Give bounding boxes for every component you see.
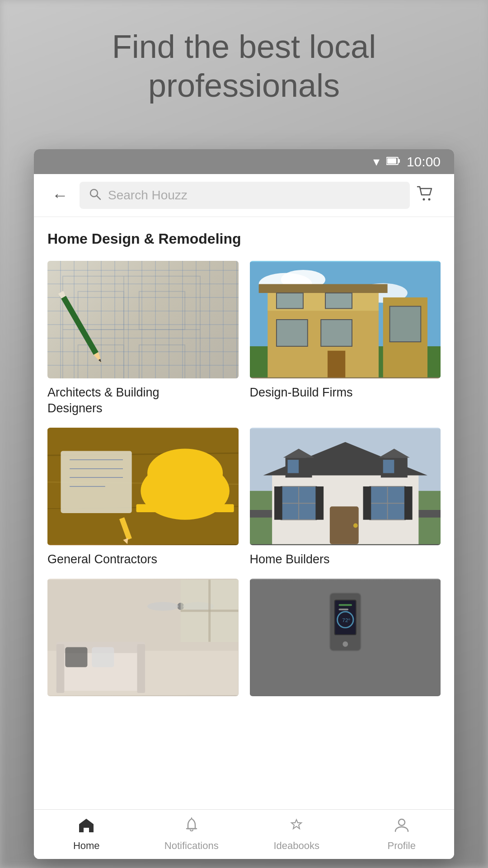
ideabooks-icon — [288, 817, 305, 837]
design-build-label: Design-Build Firms — [250, 385, 441, 401]
svg-point-97 — [399, 819, 405, 826]
section-title: Home Design & Remodeling — [47, 231, 441, 247]
svg-rect-9 — [139, 292, 185, 330]
svg-point-6 — [428, 198, 431, 200]
svg-line-4 — [97, 196, 100, 199]
battery-icon — [386, 156, 400, 168]
svg-rect-76 — [65, 647, 87, 667]
svg-rect-90 — [338, 609, 348, 610]
category-home-builders[interactable]: Home Builders — [250, 428, 441, 567]
svg-rect-89 — [338, 604, 352, 606]
cart-icon[interactable] — [410, 181, 441, 210]
svg-rect-54 — [287, 460, 299, 473]
category-contractors[interactable]: General Contractors — [47, 428, 239, 567]
categories-grid: Architects & Building Designers — [47, 261, 441, 703]
notifications-icon — [183, 817, 200, 837]
hero-section: Find the best local professionals — [0, 27, 488, 105]
profile-icon — [394, 817, 410, 837]
svg-rect-62 — [315, 486, 324, 520]
contractors-label: General Contractors — [47, 552, 239, 567]
svg-point-79 — [147, 602, 178, 611]
phone-frame: ▾ 10:00 ← Search Houzz — [34, 149, 454, 859]
back-button[interactable]: ← — [47, 181, 73, 209]
home-builders-image — [250, 428, 441, 545]
search-icon — [89, 188, 101, 203]
architects-label: Architects & Building Designers — [47, 385, 239, 416]
svg-point-5 — [423, 198, 425, 200]
nav-home[interactable]: Home — [34, 812, 139, 856]
category-architects[interactable]: Architects & Building Designers — [47, 261, 239, 416]
svg-rect-57 — [383, 460, 394, 473]
svg-rect-61 — [274, 486, 282, 520]
svg-text:72°: 72° — [342, 617, 350, 623]
svg-rect-26 — [276, 320, 307, 346]
svg-rect-75 — [137, 644, 145, 693]
svg-point-93 — [343, 642, 348, 647]
home-icon — [77, 817, 95, 837]
status-time: 10:00 — [407, 154, 441, 170]
content-area: Home Design & Remodeling — [34, 217, 454, 809]
nav-home-label: Home — [73, 840, 100, 852]
svg-rect-2 — [387, 158, 396, 164]
top-nav: ← Search Houzz — [34, 174, 454, 217]
svg-point-69 — [353, 524, 357, 528]
device-image: 72° — [250, 579, 441, 696]
category-design-build[interactable]: Design-Build Firms — [250, 261, 441, 416]
nav-profile-label: Profile — [388, 840, 416, 852]
svg-point-45 — [147, 449, 223, 498]
design-build-image — [250, 261, 441, 378]
nav-notifications[interactable]: Notifications — [139, 812, 244, 856]
search-placeholder: Search Houzz — [108, 188, 401, 203]
architects-image — [47, 261, 239, 378]
svg-rect-77 — [92, 647, 114, 667]
svg-rect-37 — [61, 451, 131, 514]
search-bar[interactable]: Search Houzz — [80, 182, 410, 209]
nav-ideabooks[interactable]: Ideabooks — [244, 812, 349, 856]
svg-rect-66 — [363, 486, 371, 520]
svg-rect-11 — [139, 345, 185, 378]
nav-profile[interactable]: Profile — [349, 812, 455, 856]
svg-rect-67 — [404, 486, 412, 520]
contractors-image — [47, 428, 239, 545]
svg-rect-74 — [56, 644, 65, 693]
status-bar: ▾ 10:00 — [34, 149, 454, 174]
svg-rect-27 — [321, 320, 352, 346]
svg-rect-94 — [84, 828, 88, 832]
wifi-icon: ▾ — [373, 154, 380, 169]
svg-rect-25 — [258, 284, 387, 293]
svg-rect-29 — [325, 293, 352, 308]
svg-rect-32 — [327, 351, 345, 377]
category-device[interactable]: 72° — [250, 579, 441, 703]
hero-title: Find the best local professionals — [0, 27, 488, 105]
svg-rect-1 — [398, 159, 400, 163]
svg-rect-31 — [389, 307, 421, 342]
nav-ideabooks-label: Ideabooks — [273, 840, 319, 852]
nav-notifications-label: Notifications — [164, 840, 219, 852]
home-builders-label: Home Builders — [250, 552, 441, 567]
category-interior[interactable] — [47, 579, 239, 703]
bottom-nav: Home Notifications Ideabooks — [34, 809, 454, 859]
interior-image — [47, 579, 239, 696]
svg-rect-44 — [136, 504, 234, 512]
svg-rect-28 — [276, 293, 303, 308]
